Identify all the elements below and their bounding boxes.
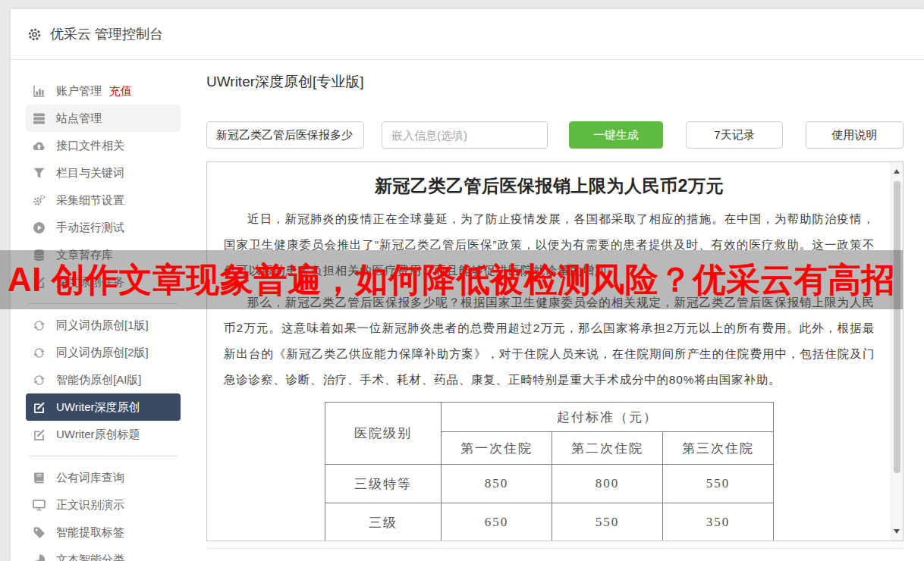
sidebar-item-label: 接口文件相关 [56, 139, 124, 153]
sidebar-item-2-0[interactable]: 公有词库查询 [26, 464, 181, 491]
keyword-input[interactable] [206, 121, 364, 149]
sidebar-item-1-2[interactable]: 智能伪原创[AI版] [26, 366, 181, 393]
sidebar-item-label: 智能提取标签 [56, 525, 124, 540]
sidebar-item-2-1[interactable]: 正文识别演示 [26, 491, 181, 519]
scrollbar[interactable] [891, 162, 903, 541]
sidebar-item-label: 同义词伪原创[1版] [56, 318, 149, 333]
cloud-upload-icon [33, 139, 46, 152]
sidebar-item-label: 站点管理 [56, 111, 102, 126]
table-value-cell: 650 [442, 503, 552, 541]
sidebar-item-2-3[interactable]: 文本智能分类 [26, 546, 181, 561]
table-row: 三级650550350 [325, 503, 774, 541]
recharge-badge[interactable]: 充值 [109, 84, 132, 99]
bar-chart-icon [33, 85, 46, 98]
article-body: 新冠乙类乙管后医保报销上限为人民币2万元 近日，新冠肺炎的疫情正在全球蔓延，为了… [207, 162, 891, 541]
table-value-cell: 550 [663, 465, 774, 503]
sidebar-item-label: UWriter原创标题 [56, 428, 140, 442]
filter-icon [33, 167, 46, 180]
app-header: 优采云 管理控制台 [11, 9, 924, 60]
page-title: UWriter深度原创[专业版] [206, 72, 364, 92]
sidebar-item-0-0[interactable]: 账户管理充值 [26, 77, 181, 105]
sidebar-item-label: 账户管理 [56, 84, 102, 99]
sidebar-item-0-2[interactable]: 接口文件相关 [26, 132, 181, 159]
edit-icon [33, 401, 46, 414]
server-icon [33, 112, 46, 125]
refresh-icon [33, 346, 46, 359]
history-7days-button[interactable]: 7天记录 [686, 121, 783, 149]
sidebar-item-2-2[interactable]: 智能提取标签 [26, 519, 181, 546]
generate-button[interactable]: 一键生成 [569, 121, 663, 149]
refresh-icon [33, 374, 46, 387]
gears-icon [33, 194, 46, 207]
sidebar-item-label: 手动运行测试 [56, 221, 124, 235]
sidebar-item-label: 栏目与关键词 [56, 166, 124, 180]
sidebar-divider [29, 456, 178, 456]
sidebar-item-1-4[interactable]: UWriter原创标题 [26, 421, 181, 448]
refresh-icon [33, 319, 46, 332]
article-table: 医院级别起付标准（元）第一次住院第二次住院第三次住院三级特等850800550三… [325, 402, 774, 541]
article-preview-panel: 新冠乙类乙管后医保报销上限为人民币2万元 近日，新冠肺炎的疫情正在全球蔓延，为了… [206, 161, 904, 541]
edit-icon [33, 428, 46, 441]
scroll-up-button[interactable] [894, 169, 900, 174]
embed-info-input[interactable] [382, 121, 548, 149]
sidebar: 账户管理充值站点管理接口文件相关栏目与关键词采集细节设置手动运行测试文章暂存库深… [11, 60, 196, 561]
table-sub-header: 第二次住院 [552, 432, 663, 465]
sidebar-item-1-0[interactable]: 同义词伪原创[1版] [26, 312, 181, 339]
table-value-cell: 850 [442, 465, 552, 503]
usage-help-button[interactable]: 使用说明 [806, 121, 904, 149]
table-sub-header: 第三次住院 [663, 432, 774, 465]
sidebar-item-label: 智能伪原创[AI版] [56, 373, 142, 387]
main-content: UWriter深度原创[专业版] 一键生成 7天记录 使用说明 新冠乙类乙管后医… [196, 60, 924, 561]
app-title: 优采云 管理控制台 [50, 25, 163, 43]
divider [206, 548, 904, 549]
promo-banner-text: AI 创作文章现象普遍，如何降低被检测风险？优采云有高招 [8, 258, 895, 302]
table-value-cell: 550 [552, 503, 663, 541]
sidebar-item-label: 文本智能分类 [56, 553, 124, 561]
table-value-cell: 800 [552, 465, 663, 503]
pie-chart-icon [33, 553, 46, 561]
gear-icon [27, 27, 42, 42]
table-corner-header: 医院级别 [325, 403, 442, 465]
promo-banner: AI 创作文章现象普遍，如何降低被检测风险？优采云有高招 [0, 250, 903, 309]
sidebar-item-label: 采集细节设置 [56, 193, 124, 208]
play-icon [33, 221, 46, 234]
article-title: 新冠乙类乙管后医保报销上限为人民币2万元 [224, 171, 875, 200]
sidebar-item-0-1[interactable]: 站点管理 [26, 105, 181, 132]
table-sub-header: 第一次住院 [442, 432, 552, 465]
table-value-cell: 350 [663, 503, 774, 541]
table-level-cell: 三级特等 [325, 465, 442, 503]
scroll-down-button[interactable] [894, 529, 900, 534]
monitor-icon [33, 499, 46, 512]
sidebar-item-0-3[interactable]: 栏目与关键词 [26, 159, 181, 186]
sidebar-item-label: 正文识别演示 [56, 498, 124, 512]
controls-row: 一键生成 7天记录 使用说明 [206, 121, 924, 149]
table-group-header: 起付标准（元） [442, 403, 774, 432]
sidebar-item-0-5[interactable]: 手动运行测试 [26, 214, 181, 241]
sidebar-item-label: 公有词库查询 [56, 471, 124, 485]
sidebar-item-label: UWriter深度原创 [56, 400, 140, 415]
table-level-cell: 三级 [325, 503, 442, 541]
sidebar-item-label: 同义词伪原创[2版] [56, 346, 149, 360]
sidebar-item-0-4[interactable]: 采集细节设置 [26, 186, 181, 214]
book-icon [33, 472, 46, 484]
sidebar-item-1-3[interactable]: UWriter深度原创 [26, 393, 181, 421]
scrollbar-thumb[interactable] [894, 181, 900, 473]
tag-icon [33, 526, 46, 539]
sidebar-item-1-1[interactable]: 同义词伪原创[2版] [26, 339, 181, 366]
table-row: 三级特等850800550 [325, 465, 774, 503]
